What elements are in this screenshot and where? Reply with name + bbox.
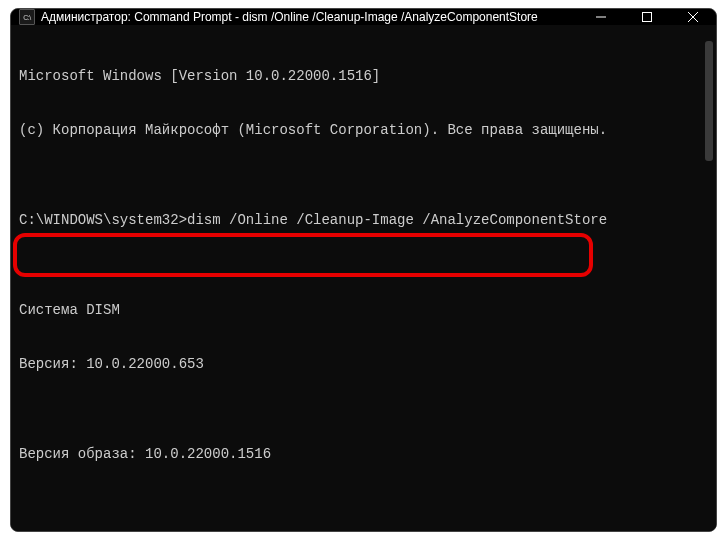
minimize-button[interactable] — [578, 9, 624, 25]
maximize-icon — [642, 12, 652, 22]
maximize-button[interactable] — [624, 9, 670, 25]
window-title: Администратор: Command Prompt - dism /On… — [41, 10, 538, 24]
close-icon — [688, 12, 698, 22]
minimize-icon — [596, 12, 606, 22]
output-line: Cистема DISM — [19, 301, 708, 319]
close-button[interactable] — [670, 9, 716, 25]
svg-rect-1 — [643, 13, 652, 22]
titlebar[interactable]: C:\ Администратор: Command Prompt - dism… — [11, 9, 716, 25]
command-prompt-window: C:\ Администратор: Command Prompt - dism… — [10, 8, 717, 532]
cmd-icon: C:\ — [19, 9, 35, 25]
output-line: Версия образа: 10.0.22000.1516 — [19, 445, 708, 463]
prompt-line: C:\WINDOWS\system32>dism /Online /Cleanu… — [19, 211, 708, 229]
output-line: (c) Корпорация Майкрософт (Microsoft Cor… — [19, 121, 708, 139]
window-controls — [578, 9, 716, 25]
output-line: Microsoft Windows [Version 10.0.22000.15… — [19, 67, 708, 85]
vertical-scrollbar[interactable] — [702, 41, 716, 531]
output-line: Версия: 10.0.22000.653 — [19, 355, 708, 373]
scroll-thumb[interactable] — [705, 41, 713, 161]
terminal-output[interactable]: Microsoft Windows [Version 10.0.22000.15… — [11, 25, 716, 532]
annotation-highlight — [13, 233, 593, 277]
